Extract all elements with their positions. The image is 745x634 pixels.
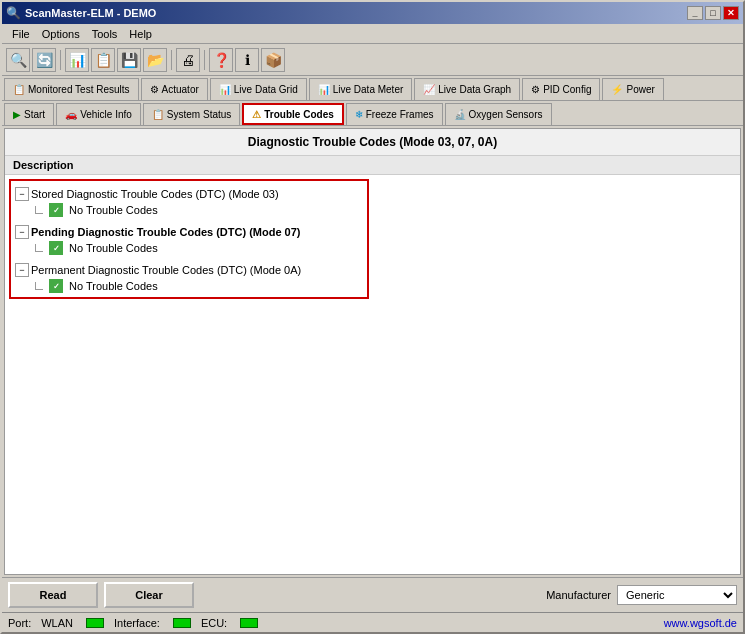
dtc-group-pending-label: Pending Diagnostic Trouble Codes (DTC) (… bbox=[31, 226, 301, 238]
tab-system-status[interactable]: 📋 System Status bbox=[143, 103, 240, 125]
interface-label: Interface: bbox=[114, 617, 160, 629]
tree-connector-icon-3 bbox=[35, 282, 43, 290]
toolbar-icon-3: 📊 bbox=[69, 52, 86, 68]
menu-tools[interactable]: Tools bbox=[86, 26, 124, 42]
dtc-group-pending-child-0: ✓ No Trouble Codes bbox=[15, 241, 363, 255]
dtc-group-permanent-child-label-0: No Trouble Codes bbox=[69, 280, 158, 292]
read-button[interactable]: Read bbox=[8, 582, 98, 608]
tab-vehicle-info[interactable]: 🚗 Vehicle Info bbox=[56, 103, 141, 125]
toolbar-separator-3 bbox=[204, 50, 205, 70]
maximize-button[interactable]: □ bbox=[705, 6, 721, 20]
toolbar-btn-6[interactable]: 📂 bbox=[143, 48, 167, 72]
close-button[interactable]: ✕ bbox=[723, 6, 739, 20]
tab-trouble-codes[interactable]: ⚠ Trouble Codes bbox=[242, 103, 343, 125]
port-value: WLAN bbox=[41, 617, 73, 629]
menu-file[interactable]: File bbox=[6, 26, 36, 42]
tab-vehicle-info-icon: 🚗 bbox=[65, 109, 77, 120]
no-trouble-icon-stored: ✓ bbox=[49, 203, 63, 217]
dtc-group-permanent-expander[interactable]: − bbox=[15, 263, 29, 277]
port-label: Port: bbox=[8, 617, 31, 629]
toolbar-separator-1 bbox=[60, 50, 61, 70]
clear-button[interactable]: Clear bbox=[104, 582, 194, 608]
manufacturer-label: Manufacturer bbox=[546, 589, 611, 601]
toolbar-btn-4[interactable]: 📋 bbox=[91, 48, 115, 72]
dtc-group-stored-child-0: ✓ No Trouble Codes bbox=[15, 203, 363, 217]
tab-oxygen-sensors[interactable]: 🔬 Oxygen Sensors bbox=[445, 103, 552, 125]
tree-connector-icon bbox=[35, 206, 43, 214]
menu-help[interactable]: Help bbox=[123, 26, 158, 42]
tab-freeze-frames-icon: ❄ bbox=[355, 109, 363, 120]
dtc-group-pending-child-label-0: No Trouble Codes bbox=[69, 242, 158, 254]
toolbar: 🔍 🔄 📊 📋 💾 📂 🖨 ❓ ℹ 📦 bbox=[2, 44, 743, 76]
menu-bar: File Options Tools Help bbox=[2, 24, 743, 44]
toolbar-separator-2 bbox=[171, 50, 172, 70]
tab-power-icon: ⚡ bbox=[611, 84, 623, 95]
toolbar-btn-10[interactable]: 📦 bbox=[261, 48, 285, 72]
toolbar-btn-7[interactable]: 🖨 bbox=[176, 48, 200, 72]
tab-actuator-icon: ⚙ bbox=[150, 84, 159, 95]
dtc-group-stored-expander[interactable]: − bbox=[15, 187, 29, 201]
toolbar-icon-7: 🖨 bbox=[181, 52, 195, 68]
tab-monitored[interactable]: 📋 Monitored Test Results bbox=[4, 78, 139, 100]
title-bar-left: 🔍 ScanMaster-ELM - DEMO bbox=[6, 6, 156, 20]
toolbar-btn-3[interactable]: 📊 bbox=[65, 48, 89, 72]
main-content: Diagnostic Trouble Codes (Mode 03, 07, 0… bbox=[4, 128, 741, 575]
tree-connector-icon-2 bbox=[35, 244, 43, 252]
toolbar-btn-9[interactable]: ℹ bbox=[235, 48, 259, 72]
ecu-led bbox=[240, 618, 258, 628]
tab-start[interactable]: ▶ Start bbox=[4, 103, 54, 125]
minimize-button[interactable]: _ bbox=[687, 6, 703, 20]
tab-power[interactable]: ⚡ Power bbox=[602, 78, 663, 100]
toolbar-btn-1[interactable]: 🔍 bbox=[6, 48, 30, 72]
tab-start-label: Start bbox=[24, 109, 45, 120]
tab-live-graph[interactable]: 📈 Live Data Graph bbox=[414, 78, 520, 100]
tab-pid-config[interactable]: ⚙ PID Config bbox=[522, 78, 600, 100]
toolbar-icon-9: ℹ bbox=[245, 52, 250, 68]
toolbar-btn-5[interactable]: 💾 bbox=[117, 48, 141, 72]
dtc-groups-container: − Stored Diagnostic Trouble Codes (DTC) … bbox=[9, 179, 369, 299]
app-frame: 🔍 ScanMaster-ELM - DEMO _ □ ✕ File Optio… bbox=[0, 0, 745, 634]
toolbar-icon-8: ❓ bbox=[213, 52, 230, 68]
tab-actuator[interactable]: ⚙ Actuator bbox=[141, 78, 208, 100]
tab-start-icon: ▶ bbox=[13, 109, 21, 120]
toolbar-icon-5: 💾 bbox=[121, 52, 138, 68]
app-icon: 🔍 bbox=[6, 6, 21, 20]
toolbar-icon-2: 🔄 bbox=[36, 52, 53, 68]
manufacturer-select[interactable]: Generic Ford GM Toyota Honda BMW Mercede… bbox=[617, 585, 737, 605]
tab-live-graph-icon: 📈 bbox=[423, 84, 435, 95]
tab-live-meter-label: Live Data Meter bbox=[333, 84, 404, 95]
toolbar-btn-8[interactable]: ❓ bbox=[209, 48, 233, 72]
tab-oxygen-sensors-label: Oxygen Sensors bbox=[469, 109, 543, 120]
dtc-group-permanent-child-0: ✓ No Trouble Codes bbox=[15, 279, 363, 293]
tab-oxygen-sensors-icon: 🔬 bbox=[454, 109, 466, 120]
tab-row-1: 📋 Monitored Test Results ⚙ Actuator 📊 Li… bbox=[2, 76, 743, 101]
toolbar-icon-10: 📦 bbox=[265, 52, 282, 68]
tab-system-status-icon: 📋 bbox=[152, 109, 164, 120]
dtc-group-stored: − Stored Diagnostic Trouble Codes (DTC) … bbox=[15, 185, 363, 217]
bottom-bar: Read Clear Manufacturer Generic Ford GM … bbox=[2, 577, 743, 612]
no-trouble-icon-permanent: ✓ bbox=[49, 279, 63, 293]
dtc-group-permanent: − Permanent Diagnostic Trouble Codes (DT… bbox=[15, 261, 363, 293]
tab-live-grid[interactable]: 📊 Live Data Grid bbox=[210, 78, 307, 100]
tab-vehicle-info-label: Vehicle Info bbox=[80, 109, 132, 120]
panel-title: Diagnostic Trouble Codes (Mode 03, 07, 0… bbox=[5, 129, 740, 156]
tab-monitored-label: Monitored Test Results bbox=[28, 84, 130, 95]
tab-live-grid-icon: 📊 bbox=[219, 84, 231, 95]
toolbar-btn-2[interactable]: 🔄 bbox=[32, 48, 56, 72]
tab-freeze-frames-label: Freeze Frames bbox=[366, 109, 434, 120]
tab-monitored-icon: 📋 bbox=[13, 84, 25, 95]
tab-pid-config-label: PID Config bbox=[543, 84, 591, 95]
no-trouble-icon-pending: ✓ bbox=[49, 241, 63, 255]
status-bar: Port: WLAN Interface: ECU: www.wgsoft.de bbox=[2, 612, 743, 632]
tab-live-meter[interactable]: 📊 Live Data Meter bbox=[309, 78, 413, 100]
menu-options[interactable]: Options bbox=[36, 26, 86, 42]
tab-trouble-codes-label: Trouble Codes bbox=[264, 109, 333, 120]
port-led bbox=[86, 618, 104, 628]
tab-system-status-label: System Status bbox=[167, 109, 231, 120]
tab-freeze-frames[interactable]: ❄ Freeze Frames bbox=[346, 103, 443, 125]
dtc-group-pending-header: − Pending Diagnostic Trouble Codes (DTC)… bbox=[15, 223, 363, 241]
tab-pid-config-icon: ⚙ bbox=[531, 84, 540, 95]
tab-row-2: ▶ Start 🚗 Vehicle Info 📋 System Status ⚠… bbox=[2, 101, 743, 126]
tab-actuator-label: Actuator bbox=[162, 84, 199, 95]
dtc-group-pending-expander[interactable]: − bbox=[15, 225, 29, 239]
